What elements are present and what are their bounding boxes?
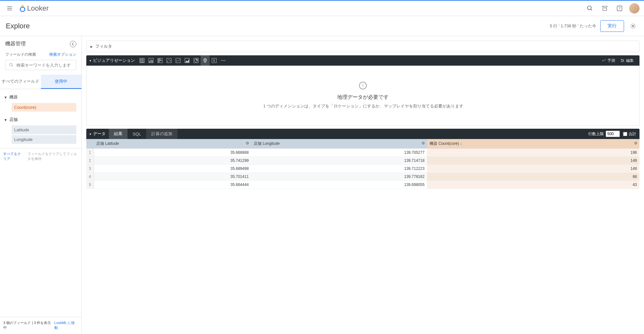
- clear-keep-filters-link[interactable]: フィールドをクリアしてフィルタを保持: [27, 152, 78, 161]
- caret-down-icon[interactable]: ▾: [90, 59, 91, 62]
- field-group-header[interactable]: ▾ 店舗: [0, 115, 81, 125]
- viz-line-icon[interactable]: [174, 55, 183, 66]
- cell-count[interactable]: 149: [427, 165, 639, 173]
- col-header-longitude[interactable]: 店舗 Longitude ⚙: [251, 139, 427, 149]
- col-header-count[interactable]: 機器 Count(core) ↓ ⚙: [427, 139, 639, 149]
- explore-name: 機器管理: [5, 41, 26, 47]
- field-group-header[interactable]: ▾ 機器: [0, 92, 81, 102]
- table-row[interactable]: 535.664444139.69805543: [86, 181, 639, 189]
- cell-count[interactable]: 88: [427, 173, 639, 181]
- caret-down-icon: ▾: [5, 95, 7, 100]
- column-gear-icon[interactable]: ⚙: [421, 141, 425, 145]
- field-longitude[interactable]: Longitude: [12, 135, 76, 144]
- search-options-link[interactable]: 検索オプション: [49, 52, 76, 57]
- svg-point-27: [221, 60, 222, 61]
- table-row[interactable]: 235.741299139.714718149: [86, 157, 639, 165]
- cell-latitude[interactable]: 35.701411: [94, 173, 251, 181]
- row-number: 3: [86, 165, 94, 173]
- table-row[interactable]: 435.701411139.77816288: [86, 173, 639, 181]
- totals-checkbox-wrap[interactable]: 合計: [623, 131, 636, 137]
- cell-count[interactable]: 149: [427, 157, 639, 165]
- viz-warning-title: 地理データが必要です: [93, 94, 633, 101]
- cell-latitude[interactable]: 35.741299: [94, 157, 251, 165]
- table-row[interactable]: 135.668888139.705277196: [86, 149, 639, 157]
- svg-point-29: [224, 60, 225, 61]
- gear-icon[interactable]: [628, 21, 638, 31]
- svg-point-32: [621, 59, 622, 60]
- col-header-latitude[interactable]: 店舗 Latitude ⚙: [94, 139, 251, 149]
- column-gear-icon[interactable]: ⚙: [634, 141, 638, 145]
- cell-latitude[interactable]: 35.689498: [94, 165, 251, 173]
- cell-longitude[interactable]: 139.705277: [251, 149, 427, 157]
- viz-table-icon[interactable]: [137, 55, 147, 66]
- viz-bar-icon[interactable]: [147, 55, 156, 66]
- help-icon[interactable]: ?: [614, 3, 625, 14]
- filters-panel-toggle[interactable]: ▸ フィルタ: [86, 41, 639, 52]
- svg-rect-20: [176, 58, 180, 63]
- cell-longitude[interactable]: 139.712223: [251, 165, 427, 173]
- search-input[interactable]: [16, 63, 73, 68]
- svg-text:6: 6: [213, 59, 215, 62]
- totals-checkbox[interactable]: [623, 132, 627, 136]
- page-title: Explore: [6, 22, 30, 30]
- table-row[interactable]: 335.689498139.712223149: [86, 165, 639, 173]
- svg-point-28: [223, 60, 224, 61]
- add-calculation-button[interactable]: 計算の追加: [146, 129, 177, 139]
- looker-logo[interactable]: Looker: [19, 4, 49, 13]
- search-icon[interactable]: [585, 3, 595, 14]
- row-number: 5: [86, 181, 94, 189]
- row-limit-input[interactable]: [606, 131, 620, 137]
- caret-down-icon[interactable]: ▾: [90, 132, 91, 136]
- column-gear-icon[interactable]: ⚙: [246, 141, 249, 145]
- svg-point-1: [20, 7, 25, 12]
- row-number: 2: [86, 157, 94, 165]
- data-label: データ: [93, 131, 106, 137]
- brand-text: Looker: [27, 4, 49, 13]
- tab-results[interactable]: 結果: [109, 129, 128, 139]
- viz-single-value-icon[interactable]: 6: [210, 55, 219, 66]
- viz-area-icon[interactable]: [183, 55, 192, 66]
- svg-rect-11: [152, 60, 153, 62]
- run-button[interactable]: 実行: [600, 20, 624, 32]
- marketplace-icon[interactable]: [600, 3, 610, 14]
- cell-count[interactable]: 43: [427, 181, 639, 189]
- svg-text:?: ?: [619, 6, 620, 10]
- cell-longitude[interactable]: 139.698055: [251, 181, 427, 189]
- row-limit-label: 行数上限: [588, 131, 604, 137]
- row-number: 1: [86, 149, 94, 157]
- tab-in-use[interactable]: 使用中: [41, 75, 82, 89]
- cell-latitude[interactable]: 35.664444: [94, 181, 251, 189]
- svg-rect-9: [149, 61, 150, 62]
- cell-latitude[interactable]: 35.668888: [94, 149, 251, 157]
- cell-longitude[interactable]: 139.778162: [251, 173, 427, 181]
- viz-map-icon[interactable]: [201, 55, 210, 66]
- svg-rect-16: [167, 58, 171, 63]
- collapse-icon[interactable]: [70, 41, 76, 47]
- field-count-core[interactable]: Count(core): [12, 103, 76, 112]
- avatar[interactable]: [629, 3, 639, 14]
- viz-more-icon[interactable]: [219, 55, 228, 66]
- edit-viz-button[interactable]: 編集: [618, 58, 636, 63]
- viz-pie-icon[interactable]: [192, 55, 201, 66]
- clear-all-link[interactable]: すべてをクリア: [3, 152, 23, 161]
- svg-point-24: [205, 60, 206, 60]
- tab-all-fields[interactable]: すべてのフィールド: [0, 75, 41, 89]
- field-latitude[interactable]: Latitude: [12, 125, 76, 134]
- svg-point-6: [10, 63, 12, 66]
- svg-point-30: [603, 60, 603, 60]
- tab-sql[interactable]: SQL: [128, 129, 146, 139]
- hamburger-menu-icon[interactable]: [5, 3, 15, 14]
- cell-count[interactable]: 196: [427, 149, 639, 157]
- svg-point-34: [622, 61, 623, 62]
- svg-rect-15: [158, 61, 160, 62]
- viz-scatter-icon[interactable]: [165, 55, 174, 66]
- go-to-lookml-link[interactable]: LookML に移動: [54, 320, 78, 330]
- cell-longitude[interactable]: 139.714718: [251, 157, 427, 165]
- caret-right-icon: ▸: [90, 44, 93, 49]
- forecast-button[interactable]: 予測: [599, 58, 618, 63]
- search-field-icon: [9, 62, 14, 68]
- field-count-status: 3 個のフィールド | 3 件を表示中: [3, 320, 54, 330]
- viz-column-icon[interactable]: [156, 55, 165, 66]
- viz-warning-subtitle: １つのディメンションは、タイプを「ロケーション」にするか、マップレイヤを割り当て…: [93, 103, 633, 109]
- svg-point-19: [170, 60, 171, 61]
